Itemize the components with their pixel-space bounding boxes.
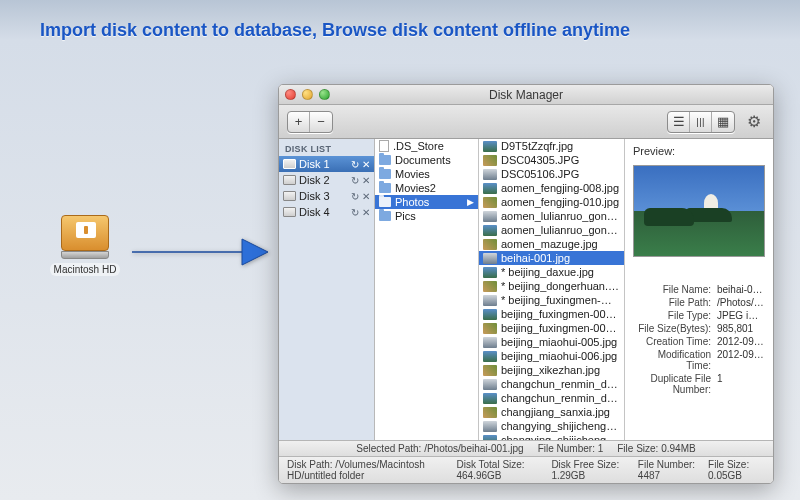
view-gallery-button[interactable]: ▦ <box>712 112 734 132</box>
gear-icon[interactable]: ⚙ <box>743 111 765 133</box>
folder-row[interactable]: Movies <box>375 167 478 181</box>
meta-row: Duplicate File Number:1 <box>633 372 765 396</box>
row-label: D9T5tZzqfr.jpg <box>501 140 573 152</box>
file-row[interactable]: beihai-001.jpg <box>479 251 624 265</box>
disk-icon <box>283 191 296 201</box>
thumbnail-icon <box>483 379 497 390</box>
disk-icon <box>283 175 296 185</box>
sidebar-item-label: Disk 4 <box>299 206 330 218</box>
remove-disk-icon[interactable]: ✕ <box>362 175 370 186</box>
file-row[interactable]: D9T5tZzqfr.jpg <box>479 139 624 153</box>
row-label: beijing_xikezhan.jpg <box>501 364 600 376</box>
meta-value: 2012-09-02 10:11:08 <box>717 349 765 371</box>
file-row[interactable]: * beijing_daxue.jpg <box>479 265 624 279</box>
meta-key: Duplicate File Number: <box>633 373 717 395</box>
view-icons-button[interactable]: ☰ <box>668 112 690 132</box>
thumbnail-icon <box>483 393 497 404</box>
meta-value: /Photos/beihai-001.jpg <box>717 297 765 308</box>
sidebar-item-disk[interactable]: Disk 3↻✕ <box>279 188 374 204</box>
desktop-drive-icon[interactable]: Macintosh HD <box>45 215 125 277</box>
refresh-icon[interactable]: ↻ <box>351 207 359 218</box>
file-row[interactable]: changying_shijicheng… <box>479 433 624 440</box>
file-row[interactable]: aomen_lulianruo_gon… <box>479 209 624 223</box>
folder-column: .DS_StoreDocumentsMoviesMovies2Photos▶Pi… <box>375 139 479 440</box>
row-label: aomen_lulianruo_gon… <box>501 224 618 236</box>
thumbnail-icon <box>483 309 497 320</box>
row-label: beijing_fuxingmen-00… <box>501 322 617 334</box>
window-title: Disk Manager <box>279 88 773 102</box>
folder-icon <box>379 211 391 221</box>
folder-row[interactable]: Pics <box>375 209 478 223</box>
refresh-icon[interactable]: ↻ <box>351 159 359 170</box>
status-bar-lower: Disk Path: /Volumes/Macintosh HD/untitle… <box>279 456 773 483</box>
file-row[interactable]: beijing_miaohui-005.jpg <box>479 335 624 349</box>
view-columns-button[interactable]: ⫼ <box>690 112 712 132</box>
file-row[interactable]: changying_shijicheng… <box>479 419 624 433</box>
remove-button[interactable]: − <box>310 112 332 132</box>
titlebar: Disk Manager <box>279 85 773 105</box>
thumbnail-icon <box>483 281 497 292</box>
minimize-icon[interactable] <box>302 89 313 100</box>
toolbar: + − ☰ ⫼ ▦ ⚙ <box>279 105 773 139</box>
meta-key: File Type: <box>633 310 717 321</box>
file-row[interactable]: beijing_miaohui-006.jpg <box>479 349 624 363</box>
meta-key: Creation Time: <box>633 336 717 347</box>
folder-row[interactable]: .DS_Store <box>375 139 478 153</box>
file-row[interactable]: * beijing_dongerhuan.jpg <box>479 279 624 293</box>
sidebar-item-label: Disk 1 <box>299 158 330 170</box>
thumbnail-icon <box>483 197 497 208</box>
row-label: beijing_miaohui-005.jpg <box>501 336 617 348</box>
folder-row[interactable]: Documents <box>375 153 478 167</box>
row-label: beijing_miaohui-006.jpg <box>501 350 617 362</box>
row-label: aomen_lulianruo_gon… <box>501 210 618 222</box>
sidebar-item-disk[interactable]: Disk 2↻✕ <box>279 172 374 188</box>
file-row[interactable]: aomen_fengjing-008.jpg <box>479 181 624 195</box>
file-row[interactable]: beijing_fuxingmen-00… <box>479 307 624 321</box>
close-icon[interactable] <box>285 89 296 100</box>
meta-key: File Name: <box>633 284 717 295</box>
folder-row[interactable]: Photos▶ <box>375 195 478 209</box>
sidebar-item-disk[interactable]: Disk 4↻✕ <box>279 204 374 220</box>
folder-row[interactable]: Movies2 <box>375 181 478 195</box>
meta-key: Modification Time: <box>633 349 717 371</box>
file-row[interactable]: aomen_fengjing-010.jpg <box>479 195 624 209</box>
thumbnail-icon <box>483 211 497 222</box>
file-row[interactable]: changchun_renmin_da… <box>479 391 624 405</box>
refresh-icon[interactable]: ↻ <box>351 175 359 186</box>
row-label: changchun_renmin_da… <box>501 378 620 390</box>
sidebar-item-disk[interactable]: Disk 1↻✕ <box>279 156 374 172</box>
status-disk-filesize: File Size: 0.05GB <box>708 459 765 481</box>
sidebar-item-label: Disk 2 <box>299 174 330 186</box>
remove-disk-icon[interactable]: ✕ <box>362 207 370 218</box>
meta-row: File Type:JPEG image <box>633 309 765 322</box>
thumbnail-icon <box>483 141 497 152</box>
file-row[interactable]: aomen_mazuge.jpg <box>479 237 624 251</box>
file-row[interactable]: * beijing_fuxingmen-… <box>479 293 624 307</box>
remove-disk-icon[interactable]: ✕ <box>362 159 370 170</box>
file-row[interactable]: DSC04305.JPG <box>479 153 624 167</box>
meta-key: File Size(Bytes): <box>633 323 717 334</box>
view-mode-segment: ☰ ⫼ ▦ <box>667 111 735 133</box>
row-label: beijing_fuxingmen-00… <box>501 308 617 320</box>
file-row[interactable]: changchun_renmin_da… <box>479 377 624 391</box>
preview-pane: Preview: File Name:beihai-001.jpgFile Pa… <box>625 139 773 440</box>
file-icon <box>379 140 389 152</box>
refresh-icon[interactable]: ↻ <box>351 191 359 202</box>
row-label: beihai-001.jpg <box>501 252 570 264</box>
traffic-lights <box>285 89 330 100</box>
thumbnail-icon <box>483 421 497 432</box>
desktop-drive-label: Macintosh HD <box>50 263 121 276</box>
file-row[interactable]: aomen_lulianruo_gon… <box>479 223 624 237</box>
file-row[interactable]: beijing_fuxingmen-00… <box>479 321 624 335</box>
row-label: .DS_Store <box>393 140 444 152</box>
file-row[interactable]: DSC05106.JPG <box>479 167 624 181</box>
disk-icon <box>283 207 296 217</box>
add-button[interactable]: + <box>288 112 310 132</box>
remove-disk-icon[interactable]: ✕ <box>362 191 370 202</box>
file-row[interactable]: beijing_xikezhan.jpg <box>479 363 624 377</box>
file-row[interactable]: changjiang_sanxia.jpg <box>479 405 624 419</box>
row-label: Photos <box>395 196 429 208</box>
zoom-icon[interactable] <box>319 89 330 100</box>
row-label: changying_shijicheng… <box>501 420 617 432</box>
thumbnail-icon <box>483 169 497 180</box>
